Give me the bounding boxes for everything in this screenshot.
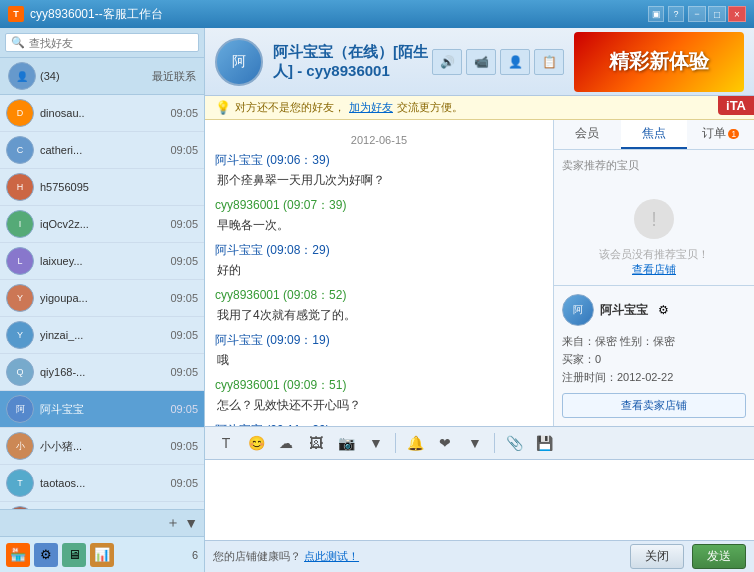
contact-time: 09:05 [170, 403, 198, 415]
promo-banner: 精彩新体验 [574, 32, 744, 92]
voice-btn[interactable]: 🔊 [432, 49, 462, 75]
close-btn[interactable]: × [728, 6, 746, 22]
contact-item[interactable]: T taotaos... 09:05 [0, 465, 204, 502]
health-check-link[interactable]: 点此测试！ [304, 550, 359, 562]
contact-name: yigoupa... [40, 292, 130, 304]
nudge-btn[interactable]: ☁ [273, 431, 299, 455]
attach-btn[interactable]: 📎 [501, 431, 527, 455]
contact-name: 小小猪... [40, 439, 130, 454]
view-shop-link[interactable]: 查看店铺 [632, 262, 676, 277]
search-wrap[interactable]: 🔍 [5, 33, 199, 52]
contact-time: 09:05 [170, 329, 198, 341]
rp-user-settings-icon[interactable]: ⚙ [658, 303, 669, 317]
contact-name: qiy168-... [40, 366, 130, 378]
contact-avatar: I [6, 210, 34, 238]
messages-scroll[interactable]: 2012-06-15 阿斗宝宝 (09:06：39) 那个痊鼻翠一天用几次为好啊… [205, 120, 554, 426]
msg-sender: 阿斗宝宝 (09:09：19) [215, 332, 543, 349]
image-btn[interactable]: 🖼 [303, 431, 329, 455]
contact-item[interactable]: 2 2012从... 09:05 [0, 502, 204, 509]
minimize-extra-btn[interactable]: ▣ [648, 6, 664, 22]
save-btn[interactable]: 💾 [531, 431, 557, 455]
contact-item[interactable]: 小 小小猪... 09:05 [0, 428, 204, 465]
contact-item[interactable]: I iqOcv2z... 09:05 [0, 206, 204, 243]
contact-item[interactable]: Y yinzai_... 09:05 [0, 317, 204, 354]
maximize-btn[interactable]: □ [708, 6, 726, 22]
message-block: cyy8936001 (09:08：52) 我用了4次就有感觉了的。 [215, 287, 543, 324]
contact-item[interactable]: Q qiy168-... 09:05 [0, 354, 204, 391]
message-input[interactable] [205, 460, 754, 540]
contact-name: dinosau.. [40, 107, 130, 119]
contact-info: h5756095 [40, 181, 198, 193]
profile-btn[interactable]: 👤 [500, 49, 530, 75]
contact-name: h5756095 [40, 181, 130, 193]
msg-text: 我用了4次就有感觉了的。 [215, 306, 543, 324]
notify-btn[interactable]: 🔔 [402, 431, 428, 455]
contact-item[interactable]: Y yigoupa... 09:05 [0, 280, 204, 317]
input-area [205, 460, 754, 540]
right-panel-tab-焦点[interactable]: 焦点 [621, 120, 688, 149]
contact-time: 09:05 [170, 440, 198, 452]
favorite-btn[interactable]: ❤ [432, 431, 458, 455]
message-block: 阿斗宝宝 (09:08：29) 好的 [215, 242, 543, 279]
main-container: 🔍 👤 (34) 最近联系 D dinosau.. 09:05 C cather… [0, 28, 754, 572]
contact-item[interactable]: 阿 阿斗宝宝 09:05 [0, 391, 204, 428]
right-panel: 会员焦点订单1 卖家推荐的宝贝 ! 该会员没有推荐宝贝！ 查看店铺 阿 阿斗宝宝 [554, 120, 754, 426]
rp-user-avatar: 阿 [562, 294, 594, 326]
sidebar-bottom-toolbar: 🏪 ⚙ 🖥 📊 6 [0, 536, 204, 572]
right-panel-tab-订单[interactable]: 订单1 [687, 120, 754, 149]
monitor-icon[interactable]: 🖥 [62, 543, 86, 567]
add-contact-icon[interactable]: ＋ [166, 514, 180, 532]
help-btn[interactable]: ? [668, 6, 684, 22]
contact-item[interactable]: D dinosau.. 09:05 [0, 95, 204, 132]
contact-info: dinosau.. [40, 107, 170, 119]
search-input[interactable] [29, 37, 193, 49]
favorite-dropdown[interactable]: ▼ [462, 431, 488, 455]
chat-user-avatar: 阿 [215, 38, 263, 86]
close-conversation-btn[interactable]: 关闭 [630, 544, 684, 569]
status-badge-label: 6 [192, 549, 198, 561]
right-panel-tab-会员[interactable]: 会员 [554, 120, 621, 149]
contact-item[interactable]: H h5756095 [0, 169, 204, 206]
expand-icon[interactable]: ▼ [184, 515, 198, 531]
video-btn[interactable]: 📹 [466, 49, 496, 75]
sidebar-footer: ＋ ▼ [0, 509, 204, 536]
screenshot-dropdown[interactable]: ▼ [363, 431, 389, 455]
shop-icon[interactable]: 🏪 [6, 543, 30, 567]
contact-item[interactable]: C catheri... 09:05 [0, 132, 204, 169]
contact-avatar: 阿 [6, 395, 34, 423]
rp-empty-icon: ! [634, 199, 674, 239]
rp-user-section: 阿 阿斗宝宝 ⚙ 来自：保密 性别：保密 买家：0 注册时间：2012-02-2… [554, 285, 754, 426]
more-btn[interactable]: 📋 [534, 49, 564, 75]
contact-item[interactable]: L laixuey... 09:05 [0, 243, 204, 280]
right-panel-tabs: 会员焦点订单1 [554, 120, 754, 150]
rp-user-name: 阿斗宝宝 [600, 302, 648, 319]
chat-user-name: 阿斗宝宝（在线）[陌生人] - cyy8936001 [273, 43, 432, 81]
contact-avatar: H [6, 173, 34, 201]
chart-icon[interactable]: 📊 [90, 543, 114, 567]
send-btn[interactable]: 发送 [692, 544, 746, 569]
add-friend-link[interactable]: 加为好友 [349, 100, 393, 115]
contact-info: 小小猪... [40, 439, 170, 454]
contact-time: 09:05 [170, 218, 198, 230]
minimize-btn[interactable]: － [688, 6, 706, 22]
settings-icon[interactable]: ⚙ [34, 543, 58, 567]
search-icon: 🔍 [11, 36, 25, 49]
contact-name: catheri... [40, 144, 130, 156]
info-text: 对方还不是您的好友， [235, 100, 345, 115]
message-block: 阿斗宝宝 (09:06：39) 那个痊鼻翠一天用几次为好啊？ [215, 152, 543, 189]
rp-view-shop-btn[interactable]: 查看卖家店铺 [562, 393, 746, 418]
contact-info: laixuey... [40, 255, 170, 267]
contact-info: catheri... [40, 144, 170, 156]
emoji-btn[interactable]: 😊 [243, 431, 269, 455]
chat-bottom-bar: 您的店铺健康吗？ 点此测试！ 关闭 发送 [205, 540, 754, 572]
chat-area: 阿 阿斗宝宝（在线）[陌生人] - cyy8936001 🔊 📹 👤 📋 精彩新… [205, 28, 754, 572]
screenshot-btn[interactable]: 📷 [333, 431, 359, 455]
sidebar: 🔍 👤 (34) 最近联系 D dinosau.. 09:05 C cather… [0, 28, 205, 572]
msg-sender: cyy8936001 (09:07：39) [215, 197, 543, 214]
font-btn[interactable]: T [213, 431, 239, 455]
message-block: cyy8936001 (09:07：39) 早晚各一次。 [215, 197, 543, 234]
titlebar: T cyy8936001--客服工作台 ▣ ? － □ × [0, 0, 754, 28]
contact-avatar: L [6, 247, 34, 275]
contact-info: iqOcv2z... [40, 218, 170, 230]
rp-buyer-row: 买家：0 [562, 352, 746, 367]
